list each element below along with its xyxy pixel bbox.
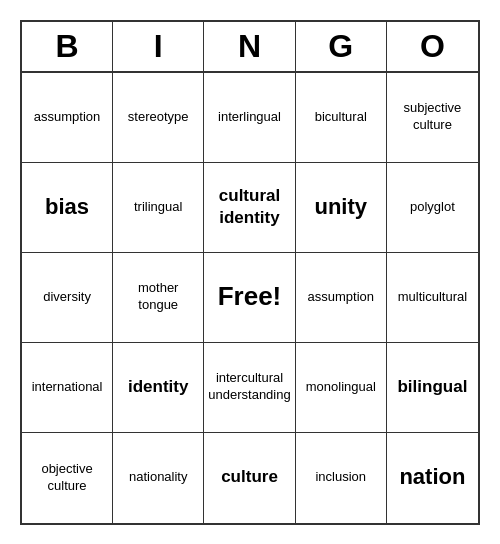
bingo-cell: inclusion: [296, 433, 387, 523]
header-letter: B: [22, 22, 113, 71]
bingo-cell: bicultural: [296, 73, 387, 163]
bingo-cell: Free!: [204, 253, 295, 343]
bingo-cell: mother tongue: [113, 253, 204, 343]
bingo-grid: assumptionstereotypeinterlingualbicultur…: [22, 73, 478, 523]
bingo-cell: monolingual: [296, 343, 387, 433]
bingo-cell: intercultural understanding: [204, 343, 295, 433]
bingo-cell: polyglot: [387, 163, 478, 253]
bingo-cell: trilingual: [113, 163, 204, 253]
bingo-cell: objective culture: [22, 433, 113, 523]
bingo-cell: nationality: [113, 433, 204, 523]
bingo-cell: interlingual: [204, 73, 295, 163]
bingo-cell: diversity: [22, 253, 113, 343]
bingo-card: BINGO assumptionstereotypeinterlingualbi…: [20, 20, 480, 525]
bingo-cell: subjective culture: [387, 73, 478, 163]
header-letter: O: [387, 22, 478, 71]
bingo-cell: unity: [296, 163, 387, 253]
bingo-cell: assumption: [296, 253, 387, 343]
bingo-cell: multicultural: [387, 253, 478, 343]
header-letter: N: [204, 22, 295, 71]
bingo-cell: nation: [387, 433, 478, 523]
bingo-cell: international: [22, 343, 113, 433]
bingo-cell: assumption: [22, 73, 113, 163]
bingo-header: BINGO: [22, 22, 478, 73]
bingo-cell: bias: [22, 163, 113, 253]
bingo-cell: bilingual: [387, 343, 478, 433]
bingo-cell: stereotype: [113, 73, 204, 163]
bingo-cell: culture: [204, 433, 295, 523]
bingo-cell: identity: [113, 343, 204, 433]
bingo-cell: cultural identity: [204, 163, 295, 253]
header-letter: G: [296, 22, 387, 71]
header-letter: I: [113, 22, 204, 71]
